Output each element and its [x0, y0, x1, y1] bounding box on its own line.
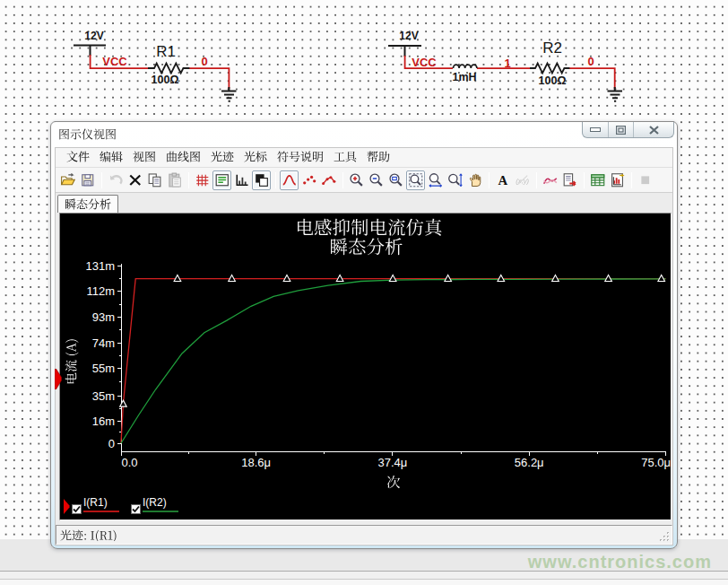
- chart-area: 016m35m55m74m93m112m131m0.018.6μ37.4μ56.…: [59, 213, 672, 520]
- window-titlebar[interactable]: [51, 122, 677, 147]
- circuit1-vcc-symbol[interactable]: [74, 46, 106, 57]
- y-tick-label: 93m: [92, 310, 115, 324]
- zoom-x-icon: [428, 172, 444, 188]
- trace-line-button[interactable]: [280, 170, 299, 190]
- status-bar: [56, 525, 672, 545]
- circuit2-resistor[interactable]: [530, 64, 569, 74]
- minimize-button[interactable]: [583, 122, 608, 137]
- axes-button[interactable]: [232, 170, 251, 190]
- grid-button[interactable]: [193, 170, 212, 190]
- zoom-restore-button[interactable]: [386, 170, 405, 190]
- circuit2-net-out-label[interactable]: 0: [587, 55, 594, 68]
- export-icon: [562, 172, 578, 188]
- menu-item-6[interactable]: [244, 148, 267, 168]
- zoom-area-button[interactable]: [406, 170, 425, 190]
- toolbar-separator: [631, 172, 632, 188]
- toolbar-separator: [188, 172, 189, 188]
- cjk-text: [133, 151, 156, 162]
- axes-icon: [234, 172, 250, 188]
- circuit1-resistor-ref[interactable]: R1: [156, 43, 176, 61]
- pan-hand-button[interactable]: [465, 170, 484, 190]
- x-tick-label: 18.6μ: [241, 456, 271, 469]
- status-text: [60, 529, 117, 541]
- menu-item-2[interactable]: [100, 148, 123, 168]
- trace-selector-arrow[interactable]: [55, 369, 62, 389]
- resize-grip-icon[interactable]: [659, 531, 671, 543]
- circuit1-net-vcc-label[interactable]: VCC: [102, 55, 126, 68]
- copy-button[interactable]: [145, 170, 164, 190]
- y-axis-label: [65, 339, 79, 383]
- trace-marker-icon: [658, 275, 665, 281]
- trace-marker-icon: [229, 275, 236, 281]
- circuit1-ground[interactable]: [221, 87, 237, 101]
- export-table-button[interactable]: [588, 170, 607, 190]
- menu-item-7[interactable]: [277, 148, 324, 168]
- invert-colors-button[interactable]: [252, 170, 271, 190]
- circuit1-voltage-label[interactable]: 12V: [84, 30, 103, 42]
- toolbar-separator: [275, 172, 276, 188]
- trace-dots-button[interactable]: [299, 170, 318, 190]
- legend-entry-I(R2): I(R2): [131, 497, 178, 514]
- trace-dots-line-button[interactable]: [319, 170, 338, 190]
- cjk-text: [65, 198, 111, 210]
- zoom-out-icon: [368, 172, 385, 188]
- cjk-text: [367, 151, 390, 162]
- menu-item-1[interactable]: [66, 148, 90, 168]
- circuit2-inductor-value[interactable]: 1mH: [452, 71, 476, 83]
- menu-item-9[interactable]: [367, 148, 390, 168]
- zoom-x-button[interactable]: [426, 170, 445, 190]
- tab-strip: [56, 193, 672, 213]
- check-icon: [73, 505, 81, 513]
- bottom-zone: [0, 580, 728, 585]
- legend-checkbox-I(R1)[interactable]: [72, 504, 82, 514]
- curve-I(R1)[interactable]: [121, 279, 666, 443]
- x-tick-label: 56.2μ: [515, 456, 544, 469]
- circuit2-voltage-label[interactable]: 12V: [399, 30, 418, 42]
- overlay-traces-button[interactable]: [541, 170, 559, 190]
- pan-hand-icon: [467, 172, 483, 188]
- zoom-out-button[interactable]: [367, 170, 386, 190]
- circuit1-net-out-label[interactable]: 0: [201, 55, 207, 68]
- export-chart-button[interactable]: [608, 170, 627, 190]
- menu-item-3[interactable]: [133, 148, 156, 168]
- cjk-text: [211, 151, 234, 162]
- circuit2-resistor-value[interactable]: 100Ω: [539, 74, 567, 87]
- export-button[interactable]: [560, 170, 579, 190]
- check-icon: [132, 505, 140, 513]
- menu-item-8[interactable]: [334, 148, 357, 168]
- chart-title: [298, 219, 442, 236]
- open-button[interactable]: [58, 170, 77, 190]
- coordinates-button[interactable]: (x,y): [513, 170, 532, 190]
- paste-button[interactable]: [165, 170, 184, 190]
- text-icon: A: [495, 172, 511, 188]
- tab-transient-analysis[interactable]: [57, 195, 118, 213]
- undo-button[interactable]: [106, 170, 125, 190]
- circuit2-ground[interactable]: [608, 87, 623, 101]
- circuit1-resistor[interactable]: [148, 64, 189, 74]
- circuit2-net-mid-label[interactable]: 1: [504, 57, 510, 70]
- grapher-window: A(x,y) 016m35m55m74m93m112m131m0.018.6μ3…: [50, 121, 678, 549]
- curve-I(R2)[interactable]: [121, 279, 666, 443]
- menu-item-5[interactable]: [211, 148, 234, 168]
- zoom-y-button[interactable]: [446, 170, 464, 190]
- circuit2-net-vcc-label[interactable]: VCC: [412, 56, 436, 69]
- legend-checkbox-I(R2)[interactable]: [131, 504, 141, 514]
- window-title: [58, 128, 117, 140]
- close-button[interactable]: [633, 122, 673, 137]
- delete-button[interactable]: [126, 170, 144, 190]
- menu-item-4[interactable]: [166, 148, 201, 168]
- circuit2-resistor-ref[interactable]: R2: [542, 39, 562, 57]
- stop-icon: [637, 172, 654, 188]
- text-button[interactable]: A: [493, 170, 512, 190]
- stop-button[interactable]: [636, 170, 654, 190]
- properties-button[interactable]: [212, 170, 231, 190]
- properties-icon: [214, 172, 230, 188]
- axis-lines: [121, 264, 666, 451]
- zoom-in-button[interactable]: [347, 170, 366, 190]
- save-button[interactable]: [78, 170, 97, 190]
- circuit2-inductor[interactable]: [454, 65, 477, 68]
- x-tick-label: 75.0μ: [641, 456, 671, 469]
- circuit1-resistor-value[interactable]: 100Ω: [152, 74, 179, 86]
- maximize-button[interactable]: [608, 122, 633, 137]
- toolbar-separator: [584, 172, 585, 188]
